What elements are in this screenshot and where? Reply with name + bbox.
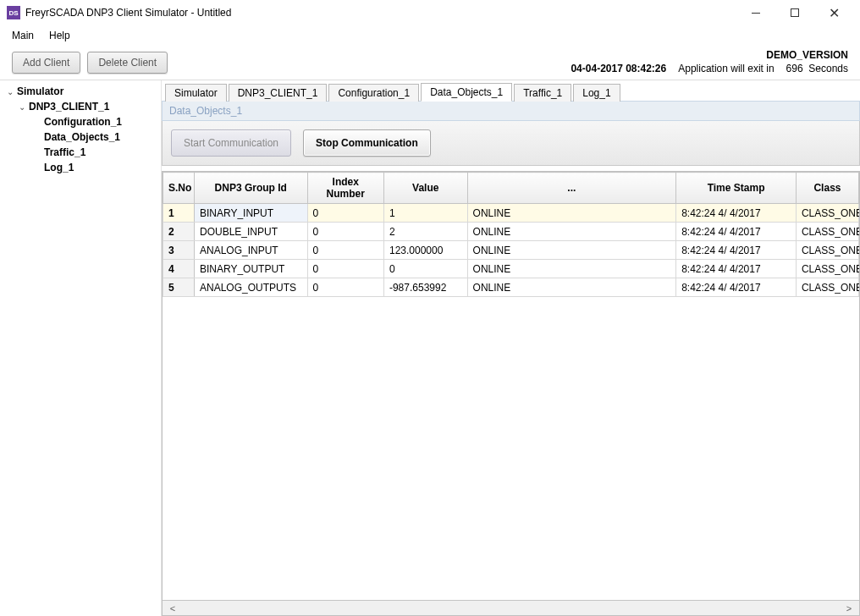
table-row[interactable]: 3ANALOG_INPUT0123.000000ONLINE8:42:24 4/…	[163, 241, 859, 260]
cell-class: CLASS_ONE	[796, 260, 858, 278]
col-header-status[interactable]: ...	[467, 173, 676, 204]
cell-index: 0	[307, 278, 383, 297]
content-pane: Simulator DNP3_CLIENT_1 Configuration_1 …	[161, 80, 860, 616]
cell-status: ONLINE	[467, 204, 676, 223]
tab-dnp3-client[interactable]: DNP3_CLIENT_1	[229, 84, 328, 102]
cell-timestamp: 8:42:24 4/ 4/2017	[676, 204, 797, 223]
tab-data-objects[interactable]: Data_Objects_1	[421, 83, 512, 102]
menu-main[interactable]: Main	[5, 28, 41, 43]
toolbar: Add Client Delete Client DEMO_VERSION 04…	[0, 46, 860, 80]
close-button[interactable]: ✕	[814, 0, 853, 25]
tree-item-data-objects[interactable]: Data_Objects_1	[5, 129, 156, 145]
communication-bar: Start Communication Stop Communication	[162, 121, 860, 166]
cell-status: ONLINE	[467, 223, 676, 241]
col-header-group[interactable]: DNP3 Group Id	[194, 173, 307, 204]
col-header-class[interactable]: Class	[796, 173, 858, 204]
scroll-left-icon[interactable]: <	[166, 603, 179, 613]
cell-group: BINARY_INPUT	[194, 204, 307, 223]
cell-status: ONLINE	[467, 241, 676, 260]
cell-index: 0	[307, 260, 383, 278]
cell-timestamp: 8:42:24 4/ 4/2017	[676, 223, 797, 241]
cell-index: 0	[307, 204, 383, 223]
menu-bar: Main Help	[0, 25, 860, 46]
maximize-button[interactable]	[775, 0, 814, 25]
window-controls: ✕	[736, 0, 853, 25]
add-client-button[interactable]: Add Client	[12, 52, 80, 74]
tree-root[interactable]: ⌄ Simulator	[5, 84, 156, 99]
cell-group: BINARY_OUTPUT	[194, 260, 307, 278]
tab-strip: Simulator DNP3_CLIENT_1 Configuration_1 …	[162, 80, 860, 101]
col-header-timestamp[interactable]: Time Stamp	[676, 173, 797, 204]
tab-simulator[interactable]: Simulator	[165, 84, 227, 102]
caret-down-icon[interactable]: ⌄	[5, 87, 15, 96]
table-row[interactable]: 5ANALOG_OUTPUTS0-987.653992ONLINE8:42:24…	[163, 278, 859, 297]
cell-value: 2	[383, 223, 467, 241]
tree-item-configuration[interactable]: Configuration_1	[5, 114, 156, 129]
cell-class: CLASS_ONE	[796, 204, 858, 223]
status-seconds: 696 Seconds	[786, 63, 848, 76]
cell-sno: 3	[163, 241, 195, 260]
tree-item-traffic[interactable]: Traffic_1	[5, 145, 156, 160]
col-header-index[interactable]: Index Number	[307, 173, 383, 204]
table-row[interactable]: 2DOUBLE_INPUT02ONLINE8:42:24 4/ 4/2017CL…	[163, 223, 859, 241]
cell-sno: 5	[163, 278, 195, 297]
data-grid: S.No DNP3 Group Id Index Number Value ..…	[162, 171, 860, 616]
cell-value: 1	[383, 204, 467, 223]
title-bar: DS FreyrSCADA DNP3 Client Simulator - Un…	[0, 0, 860, 25]
table-row[interactable]: 1BINARY_INPUT01ONLINE8:42:24 4/ 4/2017CL…	[163, 204, 859, 223]
minimize-button[interactable]	[736, 0, 775, 25]
cell-class: CLASS_ONE	[796, 223, 858, 241]
cell-timestamp: 8:42:24 4/ 4/2017	[676, 278, 797, 297]
start-communication-button[interactable]: Start Communication	[171, 129, 291, 157]
cell-group: ANALOG_INPUT	[194, 241, 307, 260]
cell-value: -987.653992	[383, 278, 467, 297]
table-row[interactable]: 4BINARY_OUTPUT00ONLINE8:42:24 4/ 4/2017C…	[163, 260, 859, 278]
cell-index: 0	[307, 223, 383, 241]
stop-communication-button[interactable]: Stop Communication	[303, 129, 431, 157]
horizontal-scrollbar[interactable]: < >	[163, 600, 859, 615]
status-exit-label: Application will exit in	[678, 63, 774, 76]
cell-value: 123.000000	[383, 241, 467, 260]
cell-value: 0	[383, 260, 467, 278]
cell-sno: 1	[163, 204, 195, 223]
cell-class: CLASS_ONE	[796, 278, 858, 297]
tab-log[interactable]: Log_1	[573, 84, 620, 102]
status-datetime: 04-04-2017 08:42:26	[571, 63, 666, 76]
cell-index: 0	[307, 241, 383, 260]
demo-label: DEMO_VERSION	[571, 49, 848, 63]
col-header-sno[interactable]: S.No	[163, 173, 195, 204]
tree-item-log[interactable]: Log_1	[5, 160, 156, 175]
cell-timestamp: 8:42:24 4/ 4/2017	[676, 241, 797, 260]
cell-sno: 2	[163, 223, 195, 241]
cell-group: ANALOG_OUTPUTS	[194, 278, 307, 297]
scroll-right-icon[interactable]: >	[842, 603, 856, 613]
cell-status: ONLINE	[467, 260, 676, 278]
tab-traffic[interactable]: Traffic_1	[514, 84, 571, 102]
col-header-value[interactable]: Value	[383, 173, 467, 204]
status-block: DEMO_VERSION 04-04-2017 08:42:26 Applica…	[571, 49, 848, 75]
cell-class: CLASS_ONE	[796, 241, 858, 260]
delete-client-button[interactable]: Delete Client	[87, 52, 168, 74]
tree-client[interactable]: ⌄ DNP3_CLIENT_1	[5, 99, 156, 114]
cell-sno: 4	[163, 260, 195, 278]
window-title: FreyrSCADA DNP3 Client Simulator - Untit…	[25, 7, 231, 19]
cell-status: ONLINE	[467, 278, 676, 297]
caret-down-icon[interactable]: ⌄	[17, 102, 27, 112]
cell-timestamp: 8:42:24 4/ 4/2017	[676, 260, 797, 278]
app-icon: DS	[7, 6, 20, 19]
tree-pane: ⌄ Simulator ⌄ DNP3_CLIENT_1 Configuratio…	[0, 80, 161, 616]
cell-group: DOUBLE_INPUT	[194, 223, 307, 241]
tab-configuration[interactable]: Configuration_1	[328, 84, 419, 102]
panel-title: Data_Objects_1	[162, 101, 860, 121]
menu-help[interactable]: Help	[42, 28, 77, 43]
